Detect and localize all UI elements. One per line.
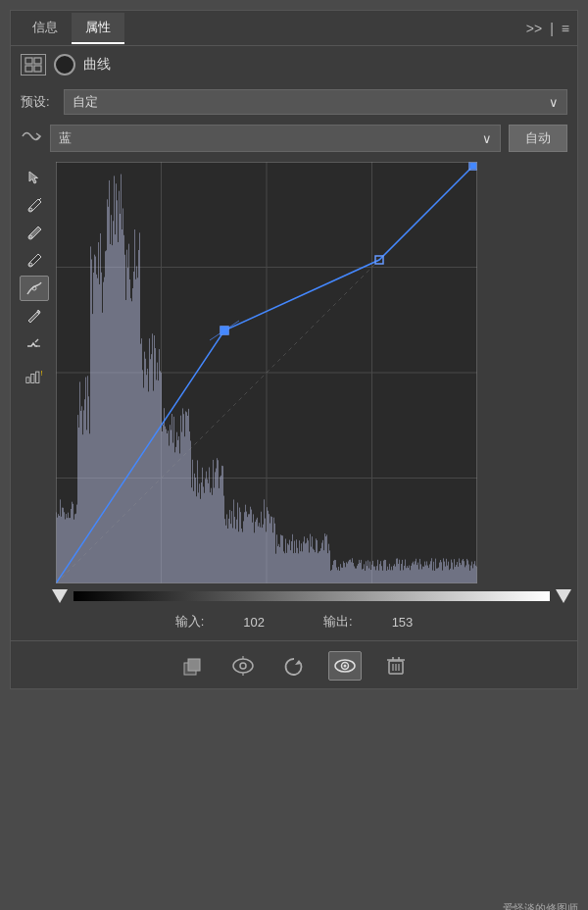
curve-tool[interactable] [20,276,49,301]
svg-point-15 [233,659,253,673]
header-row: 曲线 [11,46,577,83]
svg-rect-10 [31,375,34,383]
svg-line-5 [39,198,41,200]
channel-row: 蓝 ∨ 自动 [11,121,577,158]
svg-rect-11 [36,372,39,382]
channel-arrow: ∨ [482,131,492,146]
circle-icon [54,54,75,76]
eyedropper-white-tool[interactable] [20,193,49,219]
curve-container[interactable] [56,162,571,583]
channel-adjust-icon[interactable] [21,127,42,149]
white-point-slider[interactable] [556,589,571,603]
preset-row: 预设: 自定 ∨ [11,83,577,121]
preset-value: 自定 [73,93,98,111]
preset-dropdown[interactable]: 自定 ∨ [64,89,567,115]
menu-icon[interactable]: ≡ [562,21,569,36]
eyedropper-black-tool[interactable] [20,248,49,274]
svg-rect-2 [25,66,32,72]
clip-shadows-button[interactable] [175,651,209,681]
bottom-toolbar [11,640,577,688]
gradient-bar [74,591,550,601]
tab-bar: 信息 属性 >> | ≡ [11,11,577,46]
preset-arrow: ∨ [549,95,559,110]
io-row: 输入: 102 输出: 153 [11,605,577,640]
tab-properties[interactable]: 属性 [72,13,124,44]
gradient-bar-row [11,587,577,605]
input-label: 输入: [175,613,205,631]
tab-info[interactable]: 信息 [19,13,72,44]
left-toolbar: ! [17,162,52,583]
watermark: 爱怪谈的修图师 [503,901,578,910]
properties-panel: 信息 属性 >> | ≡ 曲线 预设: [10,10,578,689]
output-label: 输出: [323,613,353,631]
svg-point-21 [344,665,347,668]
channel-value: 蓝 [59,129,72,147]
visibility-button[interactable] [328,651,362,681]
expand-icon[interactable]: >> [526,21,542,36]
preset-label: 预设: [21,93,56,111]
eyedropper-gray-tool[interactable] [20,221,49,246]
adjustment-pointer-tool[interactable] [20,166,49,191]
svg-rect-1 [34,58,41,64]
eye-target-button[interactable] [226,651,260,681]
delete-button[interactable] [379,651,413,681]
histogram-warning-tool[interactable]: ! [20,364,49,389]
channel-dropdown[interactable]: 蓝 ∨ [50,125,501,152]
svg-point-16 [240,663,246,669]
pencil-tool[interactable] [20,303,49,329]
reset-button[interactable] [277,651,311,681]
svg-rect-0 [25,58,32,64]
curve-canvas[interactable] [56,162,477,583]
output-value[interactable]: 153 [392,615,414,630]
smooth-tool[interactable] [20,330,49,356]
svg-text:!: ! [41,369,43,378]
main-content: ! [11,158,577,587]
svg-rect-3 [34,66,41,72]
grid-icon [21,54,46,76]
input-value[interactable]: 102 [243,615,265,630]
panel-title: 曲线 [83,56,111,74]
divider-icon: | [550,21,554,36]
svg-rect-9 [26,378,29,383]
auto-button[interactable]: 自动 [509,125,567,152]
svg-rect-14 [188,659,200,671]
black-point-slider[interactable] [52,589,68,603]
